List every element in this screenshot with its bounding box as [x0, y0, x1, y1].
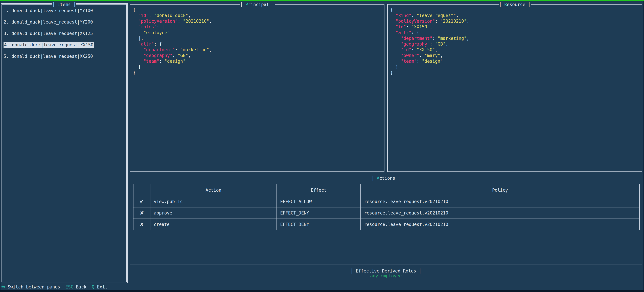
title-bar-right: │: [525, 2, 530, 7]
policy-column-header: Policy: [360, 184, 640, 196]
title-bar-left: │: [499, 2, 504, 7]
list-item[interactable]: 4. donald_duck|leave_request|XX150: [4, 42, 126, 48]
list-item-text: 2. donald_duck|leave_request|YY200: [4, 20, 93, 25]
resource-json: { "kind": "leave_request", "policyVersio…: [388, 5, 642, 75]
title-bar-left: │: [372, 176, 377, 181]
principal-title-hotkey: P: [246, 2, 248, 7]
status-bar: ⇆ Switch between panes ESC Back Q Exit: [1, 284, 110, 290]
action-row: ✔view:publicEFFECT_ALLOWresource.leave_r…: [133, 196, 640, 207]
items-title-text: tems: [60, 2, 71, 7]
status-hint-label: Exit: [97, 284, 108, 289]
derived-role-item: any_employee: [130, 273, 642, 279]
title-bar-right: │: [416, 268, 422, 273]
icon-column-header: [133, 184, 150, 196]
items-list: 1. donald_duck|leave_request|YY1002. don…: [2, 5, 126, 59]
policy-cell: resource.leave_request.v20210210: [360, 196, 640, 207]
deny-cross-icon: ✘: [133, 207, 150, 219]
list-item-text: 1. donald_duck|leave_request|YY100: [4, 8, 93, 13]
actions-title-hotkey: A: [377, 176, 380, 181]
action-row: ✘approveEFFECT_DENYresource.leave_reques…: [133, 207, 640, 219]
action-cell: approve: [150, 207, 277, 219]
selected-list-item-text: 4. donald_duck|leave_request|XX150: [4, 42, 94, 48]
effect-cell: EFFECT_ALLOW: [277, 196, 360, 207]
policy-cell: resource.leave_request.v20210210: [360, 219, 640, 230]
switch-panes-icon: ⇆: [1, 284, 5, 289]
resource-title-text: esource: [507, 2, 526, 7]
actions-table-header-row: Action Effect Policy: [133, 184, 640, 196]
terminal-screen: │ Items │ 1. donald_duck|leave_request|Y…: [0, 0, 644, 292]
list-item-text: 3. donald_duck|leave_request|XX125: [4, 31, 93, 36]
top-green-bar: [0, 0, 644, 1]
bottom-strip: [0, 290, 644, 292]
status-hint-key: ESC: [66, 284, 73, 289]
title-bar-right: │: [71, 2, 76, 7]
resource-title-hotkey: R: [504, 2, 507, 7]
effective-derived-roles-title: │ Effective Derived Roles │: [350, 268, 422, 274]
list-item[interactable]: 2. donald_duck|leave_request|YY200: [4, 19, 126, 25]
effect-cell: EFFECT_DENY: [277, 207, 360, 219]
title-bar-left: │: [350, 268, 356, 273]
policy-cell: resource.leave_request.v20210210: [360, 207, 640, 219]
actions-table: Action Effect Policy ✔view:publicEFFECT_…: [133, 184, 640, 230]
list-item[interactable]: 3. donald_duck|leave_request|XX125: [4, 31, 126, 36]
items-panel[interactable]: │ Items │ 1. donald_duck|leave_request|Y…: [1, 3, 128, 283]
title-bar-left: │: [240, 2, 245, 7]
list-item[interactable]: 1. donald_duck|leave_request|YY100: [4, 8, 126, 14]
title-bar-right: │: [269, 2, 274, 7]
status-hint-key: Q: [92, 284, 94, 289]
screen-right-edge: [643, 1, 644, 290]
screen-left-edge: [0, 1, 0, 290]
effect-column-header: Effect: [277, 184, 360, 196]
resource-panel-title: │ Resource │: [499, 2, 531, 8]
items-title-hotkey: I: [58, 2, 60, 7]
principal-panel[interactable]: │ Principal │ { "id": "donald_duck", "po…: [130, 4, 384, 172]
principal-panel-title: │ Principal │: [240, 2, 275, 8]
effect-cell: EFFECT_DENY: [277, 219, 360, 230]
allow-check-icon: ✔: [133, 196, 150, 207]
status-hint-label: Back: [76, 284, 86, 289]
title-bar-right: │: [395, 176, 400, 181]
action-row: ✘createEFFECT_DENYresource.leave_request…: [133, 219, 640, 230]
actions-panel[interactable]: │ Actions │ Action Effect Policy ✔view:p…: [130, 178, 642, 264]
list-item[interactable]: 5. donald_duck|leave_request|XX250: [4, 53, 126, 59]
title-bar-left: │: [52, 2, 58, 7]
items-panel-title: │ Items │: [52, 2, 76, 8]
list-item-text: 5. donald_duck|leave_request|XX250: [4, 54, 93, 59]
status-hints: Switch between panes ESC Back Q Exit: [5, 284, 110, 289]
action-column-header: Action: [150, 184, 277, 196]
status-hint-label: Switch between panes: [8, 284, 60, 289]
action-cell: view:public: [150, 196, 277, 207]
actions-panel-title: │ Actions │: [371, 175, 401, 181]
actions-title-text: ctions: [380, 176, 395, 181]
deny-cross-icon: ✘: [133, 219, 150, 230]
effective-derived-roles-panel[interactable]: │ Effective Derived Roles │ any_employee: [130, 271, 642, 282]
principal-title-text: rincipal: [248, 2, 269, 7]
action-cell: create: [150, 219, 277, 230]
resource-panel[interactable]: │ Resource │ { "kind": "leave_request", …: [387, 4, 642, 172]
effective-derived-roles-title-text: Effective Derived Roles: [356, 268, 416, 273]
principal-json: { "id": "donald_duck", "policyVersion": …: [130, 5, 384, 75]
